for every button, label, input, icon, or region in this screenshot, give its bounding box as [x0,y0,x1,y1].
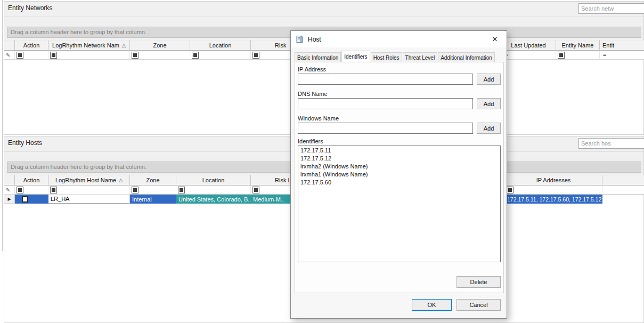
windows-add-button[interactable]: Add [477,123,501,134]
networks-column-header-entity-name[interactable]: Entity Name [556,40,600,51]
close-button[interactable]: ✕ [484,31,506,47]
hosts-column-header-name[interactable]: LogRhythm Host Name △ [48,175,130,185]
app-background: Entity Networks Drag a column header her… [0,0,644,323]
filter-checkbox-icon[interactable] [252,187,259,193]
equals-operator-icon[interactable]: = [601,52,606,58]
hosts-filter-cell-zone [130,185,176,195]
selected-row-header[interactable]: ▶ [4,195,15,204]
entity-hosts-title: Entity Hosts [8,139,42,147]
entity-networks-title: Entity Networks [8,4,52,12]
close-icon: ✕ [492,35,498,43]
filter-checkbox-icon[interactable] [17,52,23,59]
networks-row-header-column [4,40,15,51]
networks-column-header-name-label: LogRhythm Network Nam [52,42,119,49]
dns-name-label: DNS Name [298,91,328,97]
cancel-button[interactable]: Cancel [456,299,501,311]
ip-address-label: IP Address [298,66,326,72]
host-dialog-tabs: Basic Information Identifiers Host Roles… [295,51,495,62]
host-dialog: Host ✕ Basic Information Identifiers Hos… [290,30,507,319]
identifier-item[interactable]: 172.17.5.60 [298,179,500,187]
tab-threat-level[interactable]: Threat Level [403,52,438,62]
edit-filter-icon: ✎ [6,187,10,193]
networks-filter-cell-name [48,51,130,60]
host-row-cell-ip[interactable]: 172.17.5.11, 172.17.5.60, 172.17.5.12 [505,195,602,204]
identifier-item[interactable]: 172.17.5.11 [298,147,500,155]
windows-name-label: Windows Name [298,115,339,122]
networks-column-header-last-updated[interactable]: Last Updated [501,40,556,51]
filter-checkbox-icon[interactable] [178,187,185,193]
hosts-row-header-column [4,175,15,185]
dns-name-input[interactable] [298,98,473,109]
hosts-column-header-location[interactable]: Location [176,175,251,185]
hosts-column-header-trailing [602,175,644,185]
hosts-filter-cell-location [176,185,251,195]
ip-address-input[interactable] [298,74,473,85]
delete-button[interactable]: Delete [456,276,501,288]
filter-checkbox-icon[interactable] [132,187,138,193]
host-dialog-titlebar[interactable]: Host [291,31,507,47]
sort-ascending-icon: △ [122,43,126,48]
hosts-filter-row-indicator: ✎ [4,185,15,195]
filter-checkbox-icon[interactable] [132,52,138,59]
edit-filter-icon: ✎ [6,52,10,58]
networks-filter-cell-action [15,51,48,60]
left-pane-divider [2,0,3,251]
host-dialog-title: Host [308,36,321,43]
dns-add-button[interactable]: Add [477,98,501,109]
networks-filter-cell-entity-name [556,51,600,60]
networks-column-header-action[interactable]: Action [15,40,48,51]
ok-button[interactable]: OK [412,299,452,311]
networks-column-header-name[interactable]: LogRhythm Network Nam △ [48,40,130,51]
filter-checkbox-icon[interactable] [252,52,259,59]
hosts-search-input[interactable] [578,138,644,149]
panel-separator [4,17,643,17]
identifiers-listbox[interactable]: 172.17.5.11 172.17.5.12 lrxmha2 (Windows… [298,146,501,262]
networks-search-input[interactable] [578,3,644,14]
tab-additional-information[interactable]: Additional Information [438,52,495,62]
filter-checkbox-icon[interactable] [507,187,513,193]
tab-basic-information[interactable]: Basic Information [295,52,341,62]
hosts-column-header-action[interactable]: Action [15,175,48,185]
host-row-cell-zone[interactable]: Internal [130,195,176,204]
tab-host-roles[interactable]: Host Roles [371,52,402,62]
current-row-arrow-icon: ▶ [7,197,11,201]
hosts-filter-cell-trailing [602,185,644,195]
host-row-cell-action[interactable] [15,195,48,204]
networks-column-header-location[interactable]: Location [190,40,251,51]
identifiers-label: Identifiers [298,138,323,144]
hosts-column-header-ip[interactable]: IP Addresses [505,175,602,185]
networks-filter-cell-zone [130,51,190,60]
filter-checkbox-icon[interactable] [192,52,199,59]
networks-filter-row-indicator: ✎ [4,51,15,60]
networks-column-header-entity[interactable]: Entit [600,40,644,51]
networks-filter-cell-entity: = [600,51,644,60]
filter-checkbox-icon[interactable] [50,52,57,59]
networks-filter-cell-location [190,51,251,60]
hosts-column-header-zone[interactable]: Zone [130,175,176,185]
networks-filter-cell-last-updated: = [501,51,556,60]
identifier-item[interactable]: lrxmha2 (Windows Name) [298,163,500,171]
identifier-item[interactable]: 172.17.5.12 [298,155,500,163]
tab-identifiers[interactable]: Identifiers [341,51,370,62]
filter-checkbox-icon[interactable] [17,187,23,193]
hosts-filter-cell-name [48,185,130,195]
row-checkbox[interactable] [22,196,28,203]
filter-checkbox-icon[interactable] [558,52,565,59]
host-row-cell-location[interactable]: United States, Colorado, B.. [176,195,251,204]
host-row-cell-name[interactable]: LR_HA [48,195,130,204]
identifier-item[interactable]: lrxmha1 (Windows Name) [298,171,500,179]
hosts-column-header-name-label: LogRhythm Host Name [55,177,116,183]
networks-column-header-zone[interactable]: Zone [130,40,190,51]
ip-add-button[interactable]: Add [477,74,501,85]
hosts-filter-cell-action [15,185,48,195]
filter-checkbox-icon[interactable] [50,187,57,193]
sort-ascending-icon: △ [119,177,123,183]
hosts-filter-cell-ip [505,185,602,195]
windows-name-input[interactable] [298,123,473,134]
host-icon [296,35,304,44]
